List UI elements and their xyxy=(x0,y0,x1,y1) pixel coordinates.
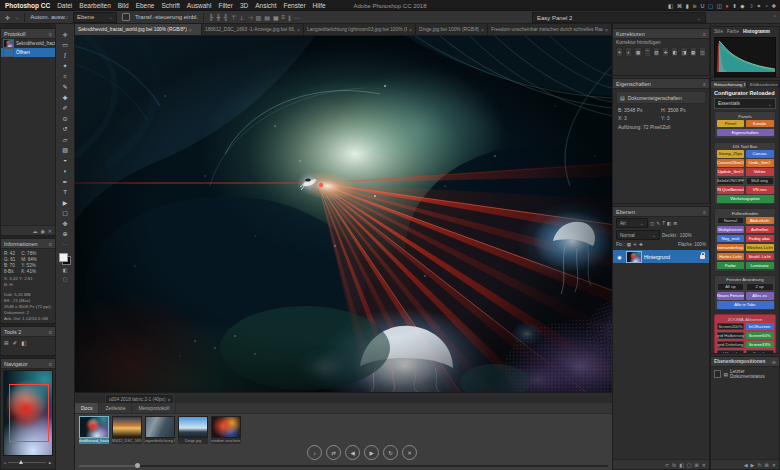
menu-item[interactable]: Bild xyxy=(118,2,129,9)
comp-action-icon[interactable]: ▶ xyxy=(751,462,755,468)
dodge-tool-icon[interactable]: ◗ xyxy=(56,166,74,177)
history-brush-tool-icon[interactable]: ↺ xyxy=(56,124,74,135)
scrubber-handle[interactable] xyxy=(135,463,140,468)
layer-action-icon[interactable]: ⊂ xyxy=(665,462,669,468)
layer-action-icon[interactable]: ⊞ xyxy=(695,462,699,468)
align-icon[interactable]: ⊥ xyxy=(239,14,244,21)
apply-comp-checkbox[interactable] xyxy=(714,370,721,378)
new-snapshot-icon[interactable]: ◉ xyxy=(40,228,44,234)
adjustment-icon[interactable]: ☀ xyxy=(616,47,623,57)
info-panel-header[interactable]: Informationen ≡ xyxy=(1,239,55,249)
eraser-tool-icon[interactable]: ▱ xyxy=(56,134,74,145)
lasso-tool-icon[interactable]: ʃ xyxy=(56,50,74,61)
navigator-view-rectangle[interactable] xyxy=(9,384,49,442)
align-icon[interactable]: ∥ xyxy=(288,14,291,21)
filter-icon[interactable]: ◫ xyxy=(650,221,654,226)
cfg-button[interactable]: Eigenschaften xyxy=(717,129,774,137)
hand-tool-icon[interactable]: ✥ xyxy=(56,218,74,229)
cfg-button[interactable]: Alle in Tabs xyxy=(717,301,774,309)
document-tab[interactable]: Freedom unscheinbar zwischen durch schne… xyxy=(488,24,612,35)
edit-toolbar-icon[interactable]: ⋯ xyxy=(56,239,74,248)
tab-histogram[interactable]: Histogramm xyxy=(743,29,770,34)
pen-tool-icon[interactable]: ✒ xyxy=(56,176,74,187)
foreground-color-swatch[interactable] xyxy=(59,253,68,262)
layer-comp-item[interactable]: ▤ Letzter Dokumentstatus xyxy=(711,367,779,381)
tools2-panel-header[interactable]: Tools 2 ≡ xyxy=(1,327,55,337)
align-icon[interactable]: ▤ xyxy=(264,14,270,21)
adjustment-icon[interactable]: ✛ xyxy=(662,47,669,57)
menu-item[interactable]: Filter xyxy=(218,2,232,9)
adjustments-panel-header[interactable]: Korrekturen ≡ xyxy=(613,29,709,39)
comp-action-icon[interactable]: ↻ xyxy=(757,462,761,468)
menu-item[interactable]: Fenster xyxy=(284,2,306,9)
close-icon[interactable]: × xyxy=(189,27,192,33)
align-icon[interactable]: ╟ xyxy=(209,14,213,21)
navigator-thumbnail[interactable] xyxy=(3,370,53,456)
status-icon[interactable]: ≋ xyxy=(692,3,697,9)
cfg-button[interactable]: SelektON/OFF xyxy=(717,177,745,185)
history-snapshot-row[interactable]: Sekndthevoid_fractal_world.jpg xyxy=(1,39,55,48)
document-thumbnail[interactable]: Dinge.jpg xyxy=(178,416,208,444)
timeline-scrubber[interactable] xyxy=(79,465,608,467)
layer-action-icon[interactable]: ✕ xyxy=(702,462,706,468)
filter-icon[interactable]: ◧ xyxy=(667,221,671,226)
quick-mask-icon[interactable]: ◧ xyxy=(56,265,74,274)
layer-action-icon[interactable]: ▢ xyxy=(687,462,692,468)
layer-action-icon[interactable]: fx xyxy=(672,462,676,468)
zoom-slider-handle[interactable] xyxy=(19,460,23,464)
status-icon[interactable]: ☽ xyxy=(748,3,753,9)
menu-item[interactable]: Schrift xyxy=(161,2,179,9)
bottom-panel-tab[interactable]: Zeitleiste xyxy=(99,403,132,413)
cfg-button[interactable]: Canvas xyxy=(746,150,774,158)
document-thumbnail[interactable]: Langzeitbelichtung li... xyxy=(145,416,175,444)
comp-action-icon[interactable]: ⊞ xyxy=(765,462,769,468)
transport-close-button[interactable]: ✕ xyxy=(402,445,417,460)
transport-play-button[interactable]: ▶ xyxy=(364,445,379,460)
zoom-out-icon[interactable]: ▵ xyxy=(4,460,6,465)
gradient-tool-icon[interactable]: ▨ xyxy=(56,145,74,156)
close-icon[interactable]: × xyxy=(481,27,484,33)
cfg-button[interactable]: Farbe xyxy=(717,262,745,270)
cfg-button[interactable]: Neues Fenster xyxy=(717,292,745,300)
cfg-button[interactable]: grid Viertelung xyxy=(717,350,745,355)
gear-icon[interactable]: ⊛ xyxy=(772,359,776,365)
menu-item[interactable]: Auswahl xyxy=(187,2,212,9)
new-doc-from-state-icon[interactable]: ☁ xyxy=(32,228,37,234)
adjustment-icon[interactable]: ◫ xyxy=(699,47,706,57)
color-swatches[interactable] xyxy=(59,253,71,265)
workspace-icon[interactable]: ▫ xyxy=(774,13,776,19)
close-icon[interactable]: × xyxy=(167,397,170,403)
navigator-zoom-slider[interactable]: ▵ ▲ xyxy=(4,458,52,466)
document-properties-row[interactable]: ▤ Dokumenteigenschaften xyxy=(616,91,706,104)
current-tool-icon[interactable]: ✛ xyxy=(5,14,10,21)
cfg-button[interactable]: All up xyxy=(717,283,745,291)
cfg-button[interactable]: Pinsel xyxy=(717,120,745,128)
screen-mode-icon[interactable]: ▢ xyxy=(56,274,74,283)
adjustment-icon[interactable]: ◨ xyxy=(680,47,687,57)
mask-icon[interactable]: ◧ xyxy=(21,340,26,346)
grid-icon[interactable]: ⊞ xyxy=(4,340,9,346)
healing-brush-tool-icon[interactable]: ✚ xyxy=(56,92,74,103)
brush-icon[interactable]: ✐ xyxy=(13,340,18,346)
layer-comps-header[interactable]: Ebenenkompositionen ⊛ xyxy=(711,357,779,367)
canvas-viewport[interactable] xyxy=(75,36,612,392)
status-icon[interactable]: ⬆ xyxy=(732,3,737,9)
status-icon[interactable]: U xyxy=(700,3,704,9)
status-icon[interactable]: ● xyxy=(725,3,728,9)
align-icon[interactable]: ╢ xyxy=(224,14,228,21)
cfg-button[interactable]: Screen50% xyxy=(746,332,774,340)
cfg-button[interactable]: Müll weg xyxy=(746,177,774,185)
adjustment-icon[interactable]: ▩ xyxy=(690,47,697,57)
status-icon[interactable]: ◧ xyxy=(668,3,673,9)
tab-image-editing[interactable]: Bildbearbeiten xyxy=(747,81,779,88)
history-state-row[interactable]: Öffnen xyxy=(1,48,55,57)
history-panel-header[interactable]: Protokoll ≡ xyxy=(1,29,55,39)
quick-selection-tool-icon[interactable]: ✦ xyxy=(56,61,74,72)
status-icon[interactable]: ◫ xyxy=(717,3,722,9)
document-thumbnail[interactable]: Sekndthevoid_fracta... xyxy=(79,416,109,444)
cfg-button[interactable]: 2 up xyxy=(746,283,774,291)
align-icon[interactable]: ⊤ xyxy=(231,14,236,21)
document-thumbnail[interactable]: 180612_DSC_169... xyxy=(112,416,142,444)
align-icon[interactable]: ≡ xyxy=(282,14,286,21)
transport-prev-button[interactable]: ◀ xyxy=(345,445,360,460)
